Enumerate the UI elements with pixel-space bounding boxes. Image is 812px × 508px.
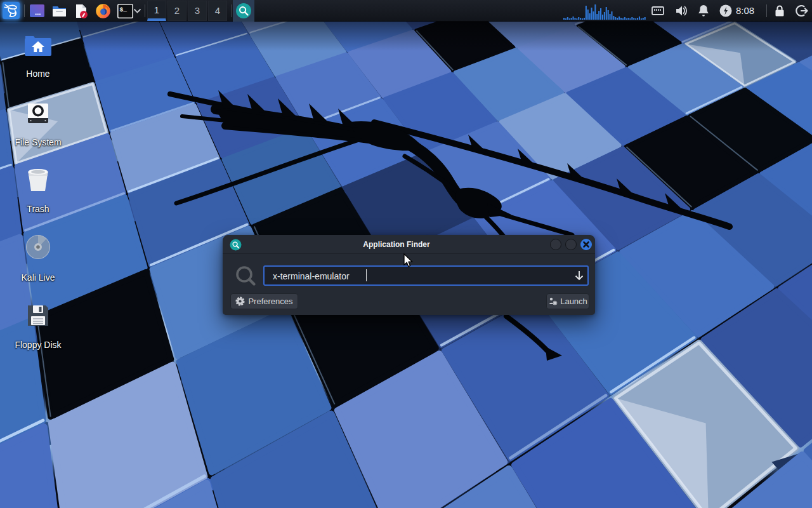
svg-text:$_: $_ — [120, 6, 128, 13]
